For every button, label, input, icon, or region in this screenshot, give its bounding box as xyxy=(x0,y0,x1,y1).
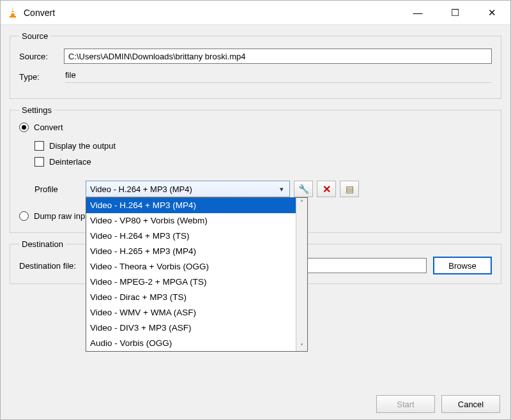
profile-option[interactable]: Video - Theora + Vorbis (OGG) xyxy=(86,259,296,274)
scroll-up-icon: ˄ xyxy=(300,199,303,206)
destination-legend: Destination xyxy=(19,239,66,249)
close-icon: ✕ xyxy=(488,7,496,19)
profile-option[interactable]: Video - MPEG-2 + MPGA (TS) xyxy=(86,274,296,290)
profile-selected-text: Video - H.264 + MP3 (MP4) xyxy=(90,184,277,194)
scroll-down-icon: ˅ xyxy=(300,343,303,350)
convert-radio[interactable] xyxy=(19,123,29,132)
svg-rect-1 xyxy=(11,10,14,11)
dropdown-scrollbar[interactable]: ˄ ˅ xyxy=(296,198,307,351)
profile-option[interactable]: Video - H.264 + MP3 (MP4) xyxy=(86,198,296,213)
close-button[interactable]: ✕ xyxy=(473,1,510,25)
profile-option[interactable]: Video - H.265 + MP3 (MP4) xyxy=(86,244,296,259)
display-output-label: Display the output xyxy=(49,141,116,151)
profile-option[interactable]: Video - DIV3 + MP3 (ASF) xyxy=(86,320,296,336)
deinterlace-label: Deinterlace xyxy=(49,157,91,167)
vlc-cone-icon xyxy=(7,7,19,19)
profile-row: Profile Video - H.264 + MP3 (MP4) ▾ Vide… xyxy=(19,181,492,197)
delete-icon: ✕ xyxy=(323,183,331,195)
profile-option[interactable]: Audio - Vorbis (OGG) xyxy=(86,336,296,351)
cancel-button[interactable]: Cancel xyxy=(441,395,500,413)
destination-label: Destination file: xyxy=(19,261,89,271)
chevron-down-icon: ▾ xyxy=(277,185,287,193)
deinterlace-checkbox[interactable] xyxy=(34,157,44,167)
maximize-button[interactable]: ☐ xyxy=(436,1,473,25)
delete-profile-button[interactable]: ✕ xyxy=(317,181,336,197)
deinterlace-row[interactable]: Deinterlace xyxy=(34,157,492,167)
source-path-input[interactable] xyxy=(64,49,492,64)
svg-rect-2 xyxy=(11,12,14,13)
new-profile-button[interactable]: ▤ xyxy=(340,181,359,197)
maximize-icon: ☐ xyxy=(451,7,459,19)
profile-label: Profile xyxy=(34,184,86,194)
dump-raw-label: Dump raw input xyxy=(34,211,92,221)
svg-marker-0 xyxy=(11,8,15,16)
start-button[interactable]: Start xyxy=(376,395,435,413)
convert-radio-label: Convert xyxy=(34,123,63,132)
client-area: Source Source: Type: file Settings Conve… xyxy=(1,25,510,419)
profile-combobox[interactable]: Video - H.264 + MP3 (MP4) ▾ xyxy=(86,181,290,197)
svg-rect-3 xyxy=(10,16,16,18)
profile-option[interactable]: Video - Dirac + MP3 (TS) xyxy=(86,290,296,305)
wrench-icon: 🔧 xyxy=(298,184,309,194)
display-output-row[interactable]: Display the output xyxy=(34,141,492,151)
new-list-icon: ▤ xyxy=(346,184,354,194)
minimize-button[interactable]: — xyxy=(399,1,436,25)
settings-group: Settings Convert Display the output Dein… xyxy=(10,105,501,233)
window-title: Convert xyxy=(24,8,55,18)
profile-option[interactable]: Video - H.264 + MP3 (TS) xyxy=(86,229,296,244)
profile-option[interactable]: Video - WMV + WMA (ASF) xyxy=(86,305,296,320)
source-legend: Source xyxy=(19,31,50,41)
profile-dropdown: Video - H.264 + MP3 (MP4)Video - VP80 + … xyxy=(86,197,308,352)
type-value: file xyxy=(65,70,492,83)
profile-dropdown-list[interactable]: Video - H.264 + MP3 (MP4)Video - VP80 + … xyxy=(86,198,296,351)
titlebar: Convert — ☐ ✕ xyxy=(1,1,510,25)
minimize-icon: — xyxy=(413,7,423,18)
dialog-footer: Start Cancel xyxy=(376,395,500,413)
profile-option[interactable]: Video - VP80 + Vorbis (Webm) xyxy=(86,213,296,229)
source-group: Source Source: Type: file xyxy=(10,31,501,99)
type-label: Type: xyxy=(19,72,57,82)
convert-dialog: Convert — ☐ ✕ Source Source: Type: file … xyxy=(0,0,511,420)
browse-button[interactable]: Browse xyxy=(433,257,492,274)
dump-raw-radio[interactable] xyxy=(19,211,29,221)
settings-legend: Settings xyxy=(19,105,54,115)
profile-combo-wrap: Video - H.264 + MP3 (MP4) ▾ Video - H.26… xyxy=(86,181,290,197)
convert-radio-row[interactable]: Convert xyxy=(19,123,492,132)
source-label: Source: xyxy=(19,52,57,61)
edit-profile-button[interactable]: 🔧 xyxy=(294,181,313,197)
display-output-checkbox[interactable] xyxy=(34,141,44,151)
